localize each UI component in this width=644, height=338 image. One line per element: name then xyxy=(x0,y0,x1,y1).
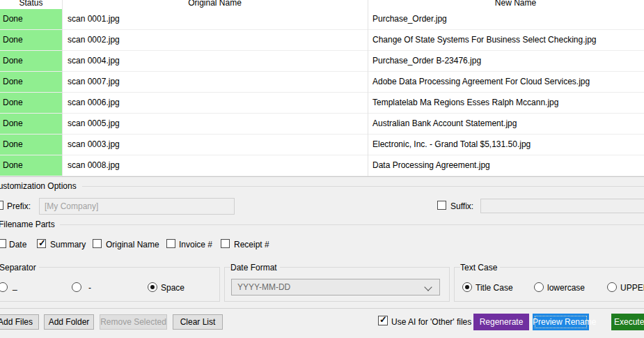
preview-rename-button[interactable]: Preview Rename xyxy=(533,314,589,330)
separator-label-dash: - xyxy=(88,283,91,293)
new-name-cell: Purchase_Order B-23476.jpg xyxy=(372,51,481,71)
column-header-status[interactable]: Status xyxy=(0,0,62,8)
part-label-summary: Summary xyxy=(50,240,86,249)
suffix-input[interactable] xyxy=(480,199,644,213)
add-folder-button[interactable]: Add Folder xyxy=(44,314,94,330)
use-ai-label: Use AI for 'Other' files xyxy=(391,317,471,327)
table-row[interactable]: Done scan 0004.jpg Purchase_Order B-2347… xyxy=(0,51,644,72)
groupbox-border xyxy=(60,224,644,225)
separator-label-underscore: _ xyxy=(13,281,17,291)
bottom-divider xyxy=(0,308,644,309)
date-format-dropdown[interactable]: YYYY-MM-DD xyxy=(231,279,440,295)
part-label-receipt: Receipt # xyxy=(234,240,269,249)
part-label-original-name: Original Name xyxy=(106,240,159,249)
original-name-cell: scan 0002.jpg xyxy=(68,30,120,50)
new-name-cell: Australian Bank Account Statement.jpg xyxy=(372,114,517,134)
status-cell: Done xyxy=(0,30,62,50)
file-table: Status Original Name New Name Done scan … xyxy=(0,0,644,177)
text-case-radio-lowercase[interactable] xyxy=(534,282,544,292)
table-row[interactable]: Done scan 0005.jpg Australian Bank Accou… xyxy=(0,114,644,135)
table-row[interactable]: Done scan 0002.jpg Change Of State Syste… xyxy=(0,30,644,51)
new-name-cell: Adobe Data Processing Agreement For Clou… xyxy=(372,72,590,92)
prefix-checkbox[interactable] xyxy=(0,201,3,210)
execute-rename-button[interactable]: Execute Rename xyxy=(611,314,644,330)
part-checkbox-invoice[interactable] xyxy=(166,239,175,248)
table-row[interactable]: Done scan 0006.jpg Templatelab Ma Region… xyxy=(0,93,644,114)
separator-radio-dash[interactable] xyxy=(72,282,81,292)
clear-list-button[interactable]: Clear List xyxy=(173,314,223,330)
regenerate-button[interactable]: Regenerate xyxy=(473,314,529,330)
add-files-button[interactable]: Add Files xyxy=(0,314,39,330)
part-label-invoice: Invoice # xyxy=(179,240,212,249)
date-format-value: YYYY-MM-DD xyxy=(237,282,290,292)
status-cell: Done xyxy=(0,9,62,29)
original-name-cell: scan 0004.jpg xyxy=(68,51,120,71)
column-divider xyxy=(368,0,368,176)
original-name-cell: scan 0005.jpg xyxy=(68,114,120,134)
text-case-label-uppercase: UPPERCASE xyxy=(620,283,644,293)
suffix-label: Suffix: xyxy=(450,201,473,211)
separator-radio-space[interactable] xyxy=(148,282,157,292)
text-case-label-lowercase: lowercase xyxy=(547,283,585,293)
status-cell: Done xyxy=(0,93,62,113)
separator-label-space: Space xyxy=(161,283,184,293)
new-name-cell: Data Processing Agreement.jpg xyxy=(372,155,490,176)
original-name-cell: scan 0008.jpg xyxy=(68,155,120,176)
status-cell: Done xyxy=(0,114,62,134)
column-header-new-name[interactable]: New Name xyxy=(368,0,644,8)
separator-title: Separator xyxy=(0,263,39,272)
column-divider xyxy=(62,0,63,176)
text-case-title: Text Case xyxy=(460,263,500,272)
table-row[interactable]: Done scan 0008.jpg Data Processing Agree… xyxy=(0,155,644,176)
part-checkbox-date[interactable] xyxy=(0,239,6,248)
chevron-down-icon xyxy=(424,283,432,291)
part-checkbox-receipt[interactable] xyxy=(221,239,230,248)
date-format-title: Date Format xyxy=(230,263,280,272)
text-case-radio-uppercase[interactable] xyxy=(607,282,617,292)
groupbox-border xyxy=(82,186,644,187)
part-checkbox-summary[interactable] xyxy=(37,239,46,248)
suffix-checkbox[interactable] xyxy=(437,201,446,210)
status-cell: Done xyxy=(0,72,62,92)
prefix-input[interactable] xyxy=(39,198,235,215)
column-header-original-name[interactable]: Original Name xyxy=(62,0,368,8)
filename-parts-title: Filename Parts xyxy=(0,220,58,229)
table-row[interactable]: Done scan 0001.jpg Purchase_Order.jpg xyxy=(0,9,644,30)
prefix-label: Prefix: xyxy=(7,201,31,211)
status-cell: Done xyxy=(0,135,62,155)
status-cell: Done xyxy=(0,51,62,71)
use-ai-checkbox[interactable] xyxy=(378,316,388,325)
remove-selected-button: Remove Selected xyxy=(100,314,167,330)
table-row[interactable]: Done scan 0003.jpg Electronic, Inc. - Gr… xyxy=(0,135,644,155)
text-case-radio-title-case[interactable] xyxy=(462,282,472,292)
new-name-cell: Change Of State Systems For Business Sel… xyxy=(372,30,597,50)
original-name-cell: scan 0007.jpg xyxy=(68,72,120,92)
text-case-label-title-case: Title Case xyxy=(476,283,513,293)
original-name-cell: scan 0001.jpg xyxy=(68,9,120,29)
part-label-date: Date xyxy=(9,240,26,249)
part-checkbox-original-name[interactable] xyxy=(93,239,102,248)
new-name-cell: Templatelab Ma Regions Esses Ralph Mccan… xyxy=(372,93,558,113)
new-name-cell: Electronic, Inc. - Grand Total $5,131.50… xyxy=(372,135,531,155)
customization-options-title: Customization Options xyxy=(0,181,79,191)
original-name-cell: scan 0006.jpg xyxy=(68,93,120,113)
original-name-cell: scan 0003.jpg xyxy=(68,135,120,155)
table-row[interactable]: Done scan 0007.jpg Adobe Data Processing… xyxy=(0,72,644,93)
new-name-cell: Purchase_Order.jpg xyxy=(372,9,447,29)
status-cell: Done xyxy=(0,155,62,176)
